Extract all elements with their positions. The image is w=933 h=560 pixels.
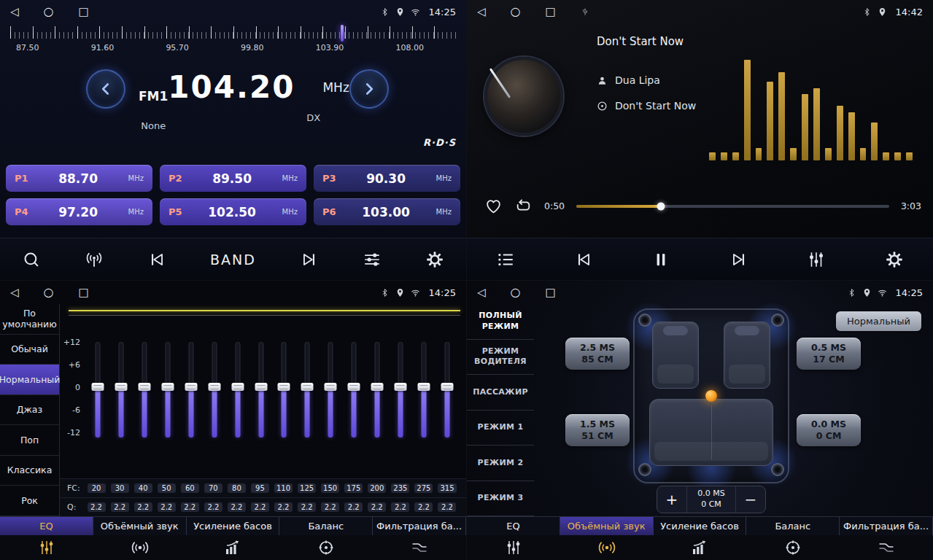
tab-balance[interactable]: Баланс <box>746 517 840 535</box>
slider-handle[interactable] <box>231 383 244 391</box>
eq-band-slider[interactable] <box>249 342 273 438</box>
home-button[interactable]: ○ <box>44 6 54 18</box>
home-button[interactable]: ○ <box>511 287 521 298</box>
front-right-delay-button[interactable]: 0.5 MS 17 CM <box>797 338 861 370</box>
slider-handle[interactable] <box>115 383 127 391</box>
eq-band-slider[interactable] <box>226 342 249 438</box>
pause-button[interactable] <box>651 250 670 269</box>
settings-button[interactable] <box>425 250 444 269</box>
slider-handle[interactable] <box>91 383 104 391</box>
slider-handle[interactable] <box>325 383 337 391</box>
playlist-button[interactable] <box>496 250 515 269</box>
tab-surround[interactable]: Объёмный звук <box>93 517 187 535</box>
tab-balance[interactable]: Баланс <box>279 517 373 535</box>
eq-tab-button[interactable] <box>467 539 560 556</box>
eq-band-slider[interactable] <box>389 342 412 438</box>
home-button[interactable]: ○ <box>44 287 54 298</box>
slider-handle[interactable] <box>371 383 384 391</box>
listening-mode-item[interactable]: ПОЛНЫЙ РЕЖИМ <box>467 304 534 340</box>
filter-tab-button[interactable] <box>840 539 933 556</box>
bass-tab-button[interactable] <box>187 539 280 556</box>
recents-button[interactable]: □ <box>546 287 556 298</box>
eq-preset-item[interactable]: Обычай <box>0 335 59 365</box>
tune-up-button[interactable] <box>349 69 389 109</box>
decrease-delay-button[interactable]: − <box>736 486 765 513</box>
listening-mode-item[interactable]: РЕЖИМ ВОДИТЕЛЯ <box>467 340 534 376</box>
slider-handle[interactable] <box>348 383 360 391</box>
preset-button[interactable]: P2 89.50 MHz <box>160 165 306 192</box>
eq-band-slider[interactable] <box>435 342 459 438</box>
eq-band-slider[interactable] <box>412 342 435 438</box>
eq-band-slider[interactable] <box>342 342 365 438</box>
tab-filter[interactable]: Фильтрация ба... <box>373 517 466 535</box>
listening-position-marker[interactable] <box>705 390 717 402</box>
recents-button[interactable]: □ <box>79 287 89 298</box>
surround-tab-button[interactable] <box>93 539 187 556</box>
eq-band-slider[interactable] <box>156 342 179 438</box>
tab-bass-boost[interactable]: Усиление басов <box>187 517 280 535</box>
eq-band-slider[interactable] <box>179 342 203 438</box>
slider-handle[interactable] <box>161 383 174 391</box>
eq-band-slider[interactable] <box>203 342 226 438</box>
front-left-delay-button[interactable]: 2.5 MS 85 CM <box>565 338 630 370</box>
balance-tab-button[interactable] <box>279 539 373 556</box>
eq-band-slider[interactable] <box>109 342 133 438</box>
band-button[interactable]: BAND <box>210 252 256 268</box>
bass-tab-button[interactable] <box>654 539 747 556</box>
favorite-button[interactable] <box>484 197 503 215</box>
eq-preset-item[interactable]: По умолчанию <box>0 304 59 335</box>
eq-preset-item[interactable]: Джаз <box>0 395 59 426</box>
slider-handle[interactable] <box>208 383 220 391</box>
audio-settings-button[interactable] <box>363 250 382 269</box>
broadcast-button[interactable] <box>85 250 104 269</box>
surround-tab-button[interactable] <box>560 539 654 556</box>
rear-left-delay-button[interactable]: 1.5 MS 51 CM <box>565 414 630 446</box>
back-button[interactable]: ◁ <box>10 7 19 18</box>
eq-preset-item[interactable]: Классика <box>0 456 59 486</box>
tab-bass-boost[interactable]: Усиление басов <box>654 517 747 535</box>
listening-mode-item[interactable]: РЕЖИМ 3 <box>467 481 534 517</box>
eq-preset-item[interactable]: Рок <box>0 486 59 516</box>
seek-bar-knob[interactable] <box>657 202 665 210</box>
slider-handle[interactable] <box>441 383 454 391</box>
equalizer-button[interactable] <box>807 250 826 269</box>
slider-handle[interactable] <box>395 383 407 391</box>
slider-handle[interactable] <box>278 383 290 391</box>
balance-tab-button[interactable] <box>746 539 840 556</box>
tab-eq[interactable]: EQ <box>0 517 93 535</box>
eq-band-slider[interactable] <box>86 342 109 438</box>
sound-profile-button[interactable]: Нормальный <box>836 311 921 331</box>
rear-right-delay-button[interactable]: 0.0 MS 0 CM <box>797 414 861 446</box>
tab-surround[interactable]: Объёмный звук <box>560 517 654 535</box>
listening-mode-item[interactable]: РЕЖИМ 1 <box>467 411 534 446</box>
previous-track-button[interactable] <box>574 250 593 269</box>
recents-button[interactable]: □ <box>546 7 556 18</box>
slider-handle[interactable] <box>138 383 150 391</box>
filter-tab-button[interactable] <box>373 539 466 556</box>
eq-band-slider[interactable] <box>273 342 296 438</box>
slider-handle[interactable] <box>418 383 430 391</box>
home-button[interactable]: ○ <box>511 6 521 18</box>
increase-delay-button[interactable]: + <box>657 486 686 513</box>
frequency-scale[interactable]: 87.5091.6095.7099.80103.90108.00 <box>0 25 466 58</box>
seek-up-button[interactable] <box>300 250 319 269</box>
preset-button[interactable]: P1 88.70 MHz <box>6 165 152 192</box>
back-button[interactable]: ◁ <box>10 287 19 298</box>
preset-button[interactable]: P3 90.30 MHz <box>314 165 460 192</box>
recents-button[interactable]: □ <box>79 7 89 18</box>
preset-button[interactable]: P5 102.50 MHz <box>160 198 306 225</box>
slider-handle[interactable] <box>301 383 314 391</box>
listening-mode-item[interactable]: ПАССАЖИР <box>467 375 534 411</box>
tab-eq[interactable]: EQ <box>467 517 560 535</box>
eq-band-slider[interactable] <box>319 342 342 438</box>
seek-bar[interactable] <box>576 205 889 208</box>
eq-preset-item[interactable]: Поп <box>0 425 59 456</box>
preset-button[interactable]: P6 103.00 MHz <box>314 198 460 225</box>
slider-handle[interactable] <box>255 383 267 391</box>
next-track-button[interactable] <box>729 250 748 269</box>
seek-down-button[interactable] <box>147 250 166 269</box>
preset-button[interactable]: P4 97.20 MHz <box>6 198 152 225</box>
back-button[interactable]: ◁ <box>477 287 486 298</box>
eq-preset-item[interactable]: Нормальный <box>0 365 59 395</box>
eq-band-slider[interactable] <box>365 342 389 438</box>
